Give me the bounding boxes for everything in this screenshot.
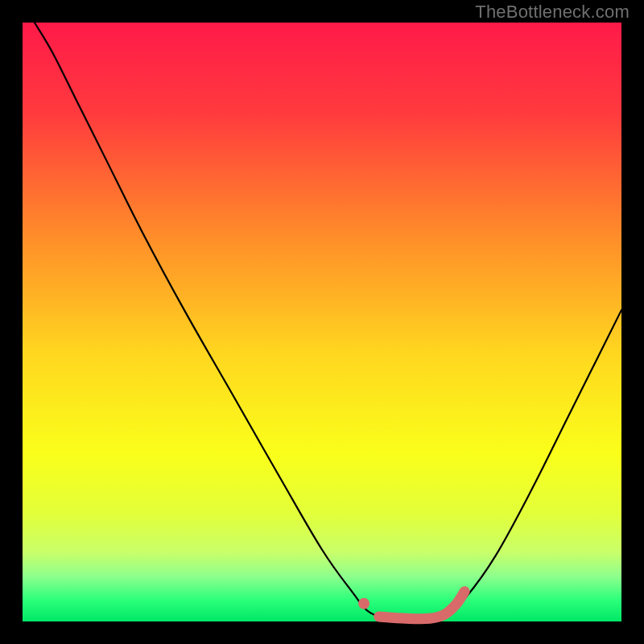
chart-background (23, 23, 621, 621)
bottleneck-chart (0, 0, 644, 644)
optimal-point-dot (358, 598, 369, 609)
